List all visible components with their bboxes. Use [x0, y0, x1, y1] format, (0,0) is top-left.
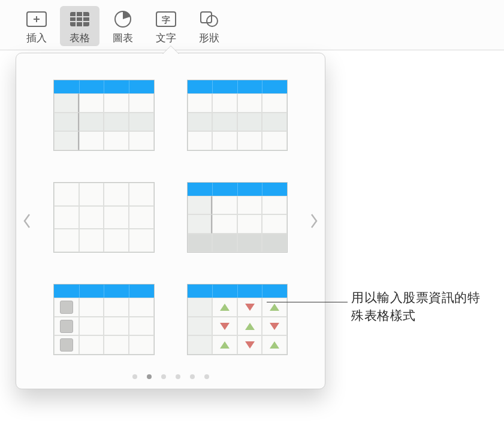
table-style-3[interactable] [53, 182, 155, 253]
chevron-right-icon [310, 213, 318, 229]
insert-icon [25, 8, 49, 30]
callout-text: 用以輸入股票資訊的特殊表格樣式 [351, 289, 489, 325]
text-icon: 字 [154, 8, 178, 30]
page-dot[interactable] [204, 374, 209, 379]
page-dot[interactable] [132, 374, 137, 379]
table-style-5[interactable] [53, 284, 155, 355]
table-style-stock[interactable] [187, 284, 288, 355]
callout-leader-line [267, 302, 348, 302]
table-icon [68, 8, 92, 30]
popover-caret [162, 46, 179, 54]
svg-rect-11 [201, 12, 212, 23]
insert-button[interactable]: 插入 [17, 6, 56, 46]
table-style-2[interactable] [187, 80, 288, 151]
table-button[interactable]: 表格 [60, 6, 99, 46]
shape-icon [197, 8, 221, 30]
svg-rect-3 [70, 12, 89, 26]
toolbar: 插入 表格 圖表 字 文字 形狀 [0, 0, 504, 50]
table-style-4[interactable] [187, 182, 288, 253]
page-dot[interactable] [176, 374, 180, 379]
table-styles-popover [16, 53, 325, 389]
text-button[interactable]: 字 文字 [146, 6, 186, 46]
text-label: 文字 [156, 31, 176, 45]
next-page-button[interactable] [307, 209, 321, 233]
chart-button[interactable]: 圖表 [103, 6, 143, 46]
page-indicator [16, 374, 325, 379]
shape-label: 形狀 [199, 31, 219, 45]
insert-label: 插入 [26, 31, 47, 45]
svg-text:字: 字 [162, 15, 170, 25]
table-style-grid [53, 80, 288, 355]
chevron-left-icon [23, 213, 31, 229]
page-dot[interactable] [190, 374, 195, 379]
table-label: 表格 [70, 31, 90, 45]
chart-icon [111, 8, 135, 30]
page-dot[interactable] [147, 374, 152, 379]
chart-label: 圖表 [113, 31, 133, 45]
prev-page-button[interactable] [20, 209, 34, 233]
table-style-1[interactable] [53, 80, 155, 151]
page-dot[interactable] [161, 374, 166, 379]
shape-button[interactable]: 形狀 [189, 6, 229, 46]
